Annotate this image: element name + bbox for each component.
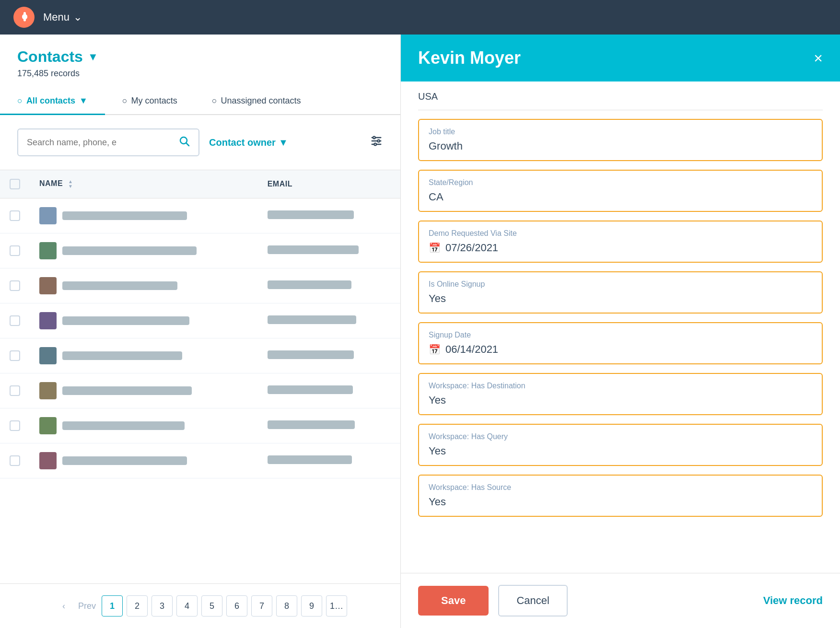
detail-panel: Kevin Moyer × USA Job title Growth State… [401,35,840,628]
is-online-signup-value[interactable]: Yes [429,292,812,305]
detail-header: Kevin Moyer × [401,35,840,81]
table-row [0,233,400,268]
contact-owner-filter[interactable]: Contact owner ▼ [209,137,288,148]
workspace-has-destination-label: Workspace: Has Destination [429,382,812,390]
top-navigation: Menu ⌄ [0,0,840,35]
search-filter-row: Contact owner ▼ [0,115,400,170]
row-checkbox[interactable] [10,245,20,256]
row-checkbox[interactable] [10,455,20,466]
email-placeholder [268,245,359,254]
detail-footer: Save Cancel View record [401,573,840,628]
contacts-table: NAME ▲▼ EMAIL [0,170,400,583]
table-row [0,373,400,408]
name-placeholder [62,421,185,430]
name-cell [30,408,258,443]
view-record-button[interactable]: View record [763,594,823,607]
tab-my-contacts[interactable]: ○ My contacts [105,88,195,115]
name-cell [30,338,258,373]
name-cell [30,233,258,268]
pin-icon-unassigned: ○ [212,96,217,106]
cancel-button[interactable]: Cancel [498,585,567,616]
demo-requested-label: Demo Requested Via Site [429,229,812,238]
email-cell [258,408,400,443]
select-all-checkbox[interactable] [10,179,20,189]
signup-date-value[interactable]: 📅 06/14/2021 [429,343,812,356]
page-5-button[interactable]: 5 [201,595,222,616]
job-title-label: Job title [429,128,812,136]
name-placeholder [62,351,182,360]
email-cell [258,198,400,233]
row-checkbox[interactable] [10,280,20,291]
email-placeholder [268,210,354,219]
prev-button[interactable]: ‹ [53,595,74,616]
svg-point-6 [373,137,375,139]
tab-all-contacts[interactable]: ○ All contacts ▼ [0,88,105,115]
contact-name: Kevin Moyer [418,48,521,68]
job-title-field: Job title Growth [418,119,823,161]
svg-point-7 [377,140,380,142]
contacts-panel: Contacts ▼ 175,485 records ○ All contact… [0,35,401,628]
email-cell [258,443,400,478]
avatar [39,382,57,399]
workspace-has-source-value[interactable]: Yes [429,496,812,508]
close-button[interactable]: × [814,50,823,66]
email-placeholder [268,350,354,359]
name-column-header[interactable]: NAME ▲▼ [30,170,258,198]
email-cell [258,233,400,268]
state-region-label: State/Region [429,178,812,187]
name-cell [30,373,258,408]
search-button[interactable] [178,135,190,150]
workspace-has-source-label: Workspace: Has Source [429,483,812,492]
filter-settings-button[interactable] [370,134,383,151]
table-row [0,338,400,373]
email-cell [258,303,400,338]
email-placeholder [268,420,355,429]
save-button[interactable]: Save [418,586,489,616]
email-column-header[interactable]: EMAIL [258,170,400,198]
table-row [0,198,400,233]
job-title-value[interactable]: Growth [429,140,812,152]
avatar [39,277,57,294]
page-2-button[interactable]: 2 [127,595,148,616]
avatar [39,417,57,434]
page-9-button[interactable]: 9 [301,595,322,616]
svg-line-2 [187,143,189,146]
workspace-has-query-value[interactable]: Yes [429,445,812,457]
demo-requested-value[interactable]: 📅 07/26/2021 [429,242,812,254]
table-row [0,303,400,338]
row-checkbox[interactable] [10,315,20,326]
row-checkbox[interactable] [10,420,20,431]
search-input[interactable] [27,138,178,148]
name-placeholder [62,386,192,395]
workspace-has-query-label: Workspace: Has Query [429,432,812,441]
state-region-value[interactable]: CA [429,191,812,203]
page-7-button[interactable]: 7 [251,595,272,616]
row-checkbox[interactable] [10,350,20,361]
workspace-has-destination-value[interactable]: Yes [429,394,812,407]
table-row [0,443,400,478]
page-1-button[interactable]: 1 [102,595,123,616]
contacts-tabs: ○ All contacts ▼ ○ My contacts ○ Unassig… [0,88,400,115]
page-10-button[interactable]: 1… [326,595,347,616]
contacts-dropdown-icon[interactable]: ▼ [88,51,98,63]
row-checkbox[interactable] [10,385,20,396]
avatar [39,312,57,329]
name-cell [30,303,258,338]
avatar [39,452,57,469]
email-cell [258,373,400,408]
page-6-button[interactable]: 6 [226,595,247,616]
menu-button[interactable]: Menu ⌄ [43,11,82,23]
table-row [0,408,400,443]
tab-unassigned-contacts[interactable]: ○ Unassigned contacts [195,88,318,115]
name-placeholder [62,281,177,290]
name-placeholder [62,456,187,465]
contacts-title: Contacts [17,48,83,66]
detail-body: USA Job title Growth State/Region CA Dem… [401,81,840,573]
page-4-button[interactable]: 4 [176,595,198,616]
page-3-button[interactable]: 3 [152,595,173,616]
state-region-field: State/Region CA [418,170,823,212]
all-contacts-chevron: ▼ [79,96,88,106]
row-checkbox[interactable] [10,210,20,221]
contacts-count: 175,485 records [17,69,383,79]
page-8-button[interactable]: 8 [276,595,297,616]
